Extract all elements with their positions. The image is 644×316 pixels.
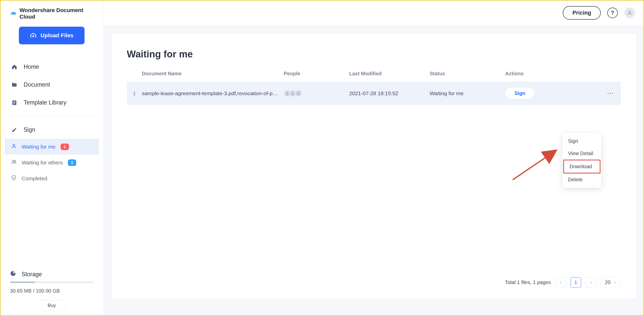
user-avatar-icon <box>627 10 632 16</box>
page-size-value: 20 <box>605 279 611 285</box>
content-area: Waiting for me Document Name People Last… <box>104 26 644 316</box>
actions-dropdown: Sign View Detail Download Delete <box>562 133 601 188</box>
sub-label: Waiting for me <box>22 144 56 150</box>
pricing-button[interactable]: Pricing <box>563 6 601 20</box>
sign-button[interactable]: Sign <box>505 88 535 99</box>
svg-rect-2 <box>13 102 15 103</box>
shield-check-icon <box>11 175 17 182</box>
svg-line-12 <box>513 151 555 180</box>
dropdown-delete[interactable]: Delete <box>562 173 601 186</box>
sub-label: Waiting for others <box>22 160 63 166</box>
sidebar-item-completed[interactable]: Completed <box>5 170 99 186</box>
pagination-current-page[interactable]: 1 <box>571 277 581 288</box>
chevron-left-icon <box>559 281 562 284</box>
table-header: Document Name People Last Modified Statu… <box>127 71 621 82</box>
svg-point-6 <box>14 161 16 162</box>
cloud-upload-icon <box>30 32 36 39</box>
sub-label: Completed <box>22 175 47 182</box>
row-index: 1 <box>127 90 142 96</box>
svg-point-9 <box>287 92 288 93</box>
brand-logo-icon <box>10 11 17 16</box>
divider <box>8 116 96 116</box>
svg-point-8 <box>629 11 630 13</box>
sidebar-item-waiting-for-me[interactable]: Waiting for me 1 <box>5 139 99 155</box>
upload-label: Upload Files <box>41 32 73 39</box>
col-people: People <box>284 71 349 77</box>
pagination-page-size[interactable]: 20 <box>601 277 621 288</box>
storage-usage-text: 30.65 MB / 100.00 GB <box>10 288 93 294</box>
template-icon <box>11 99 18 106</box>
svg-point-10 <box>292 92 293 93</box>
svg-rect-1 <box>13 101 15 102</box>
pagination-next-button[interactable] <box>586 277 596 288</box>
sidebar: Wondershare Document Cloud Upload Files … <box>0 0 104 316</box>
badge: 1 <box>61 144 69 150</box>
pagination-prev-button[interactable] <box>555 277 566 288</box>
brand-name: Wondershare Document Cloud <box>20 7 94 20</box>
nav-label: Sign <box>24 126 35 133</box>
page-title: Waiting for me <box>127 49 621 60</box>
badge: 1 <box>68 159 76 166</box>
svg-rect-3 <box>13 103 15 104</box>
sidebar-item-sign[interactable]: Sign <box>5 121 99 139</box>
dropdown-sign[interactable]: Sign <box>562 135 601 147</box>
nav-label: Template Library <box>24 99 66 106</box>
annotation-arrow-icon <box>510 147 560 182</box>
storage-label: Storage <box>22 271 42 278</box>
storage-row[interactable]: Storage <box>10 270 93 278</box>
buy-button[interactable]: Buy <box>36 300 67 311</box>
svg-point-5 <box>12 160 14 162</box>
row-people <box>284 90 349 97</box>
col-status: Status <box>430 71 505 77</box>
row-document-name: sample-lease-agreement-template-3.pdf,re… <box>142 90 284 96</box>
svg-point-4 <box>13 144 15 146</box>
main: Pricing ? Waiting for me Document Name P… <box>104 0 644 316</box>
storage-bar-fill <box>10 282 35 283</box>
col-actions: Actions <box>505 71 601 77</box>
users-icon <box>11 159 17 166</box>
nav-label: Home <box>24 63 39 70</box>
nav-label: Document <box>24 81 50 88</box>
storage-bar <box>10 282 93 283</box>
sidebar-item-template-library[interactable]: Template Library <box>5 94 99 112</box>
pen-icon <box>11 127 18 133</box>
pagination: Total 1 files, 1 pages 1 20 <box>505 277 621 288</box>
help-icon[interactable]: ? <box>607 8 618 18</box>
people-avatar-icon <box>295 90 302 97</box>
avatar[interactable] <box>624 8 635 18</box>
chevron-down-icon <box>614 281 617 284</box>
row-last-modified: 2021-07-28 18:15:52 <box>349 90 430 96</box>
sidebar-item-home[interactable]: Home <box>5 58 99 76</box>
home-icon <box>11 64 18 70</box>
pie-icon <box>10 270 16 278</box>
upload-files-button[interactable]: Upload Files <box>19 27 85 44</box>
table-row[interactable]: 1 sample-lease-agreement-template-3.pdf,… <box>127 82 621 105</box>
dropdown-download[interactable]: Download <box>563 160 600 173</box>
sidebar-item-document[interactable]: Document <box>5 76 99 94</box>
row-status: Waiting for me <box>430 90 505 96</box>
folder-icon <box>11 82 18 88</box>
sidebar-item-waiting-for-others[interactable]: Waiting for others 1 <box>5 155 99 170</box>
more-actions-icon[interactable]: ●●● <box>601 92 621 94</box>
panel: Waiting for me Document Name People Last… <box>112 34 636 298</box>
chevron-right-icon <box>589 281 592 284</box>
svg-point-11 <box>298 92 299 93</box>
col-document-name: Document Name <box>142 71 284 77</box>
topbar: Pricing ? <box>104 0 644 26</box>
pagination-summary: Total 1 files, 1 pages <box>505 279 551 285</box>
col-last-modified: Last Modified <box>349 71 430 77</box>
user-icon <box>11 143 17 150</box>
dropdown-view-detail[interactable]: View Detail <box>562 147 601 160</box>
brand: Wondershare Document Cloud <box>0 7 103 27</box>
